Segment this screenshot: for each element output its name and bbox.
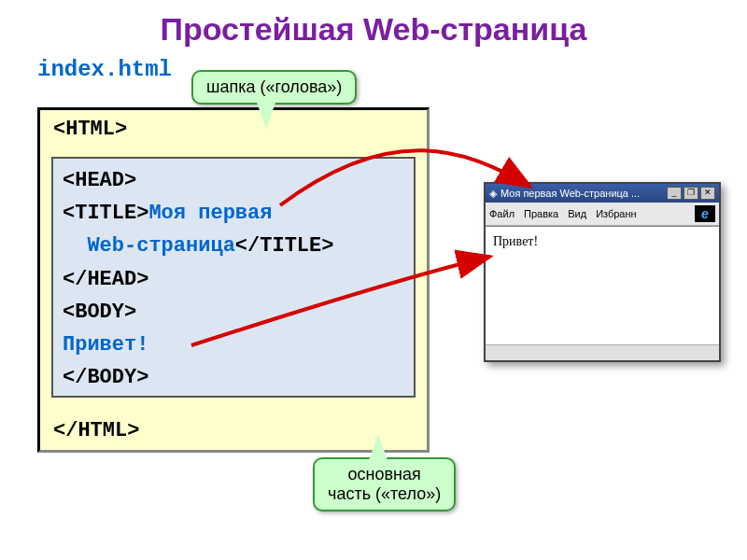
maximize-button[interactable]: ❐ xyxy=(684,187,698,200)
callout-body-tail xyxy=(369,434,388,460)
filename-label: index.html xyxy=(37,57,747,82)
html-close-tag: </HTML> xyxy=(53,419,139,442)
browser-statusbar xyxy=(486,344,719,360)
code-box-inner: <HEAD> <TITLE>Моя первая Web-страница</T… xyxy=(51,157,416,398)
browser-content: Привет! xyxy=(486,226,719,344)
close-button[interactable]: ✕ xyxy=(700,187,715,200)
browser-menubar: Файл Правка Вид Избранн e xyxy=(486,203,719,226)
ie-logo-icon: e xyxy=(695,205,715,222)
title-close: </TITLE> xyxy=(235,234,334,258)
body-close: </BODY> xyxy=(63,366,148,389)
html-open-tag: <HTML> xyxy=(53,118,414,141)
callout-head: шапка («голова») xyxy=(191,70,357,105)
menu-file[interactable]: Файл xyxy=(489,208,514,219)
slide-title: Простейшая Web-страница xyxy=(0,11,747,48)
title-text-2: Web-страница xyxy=(87,234,234,258)
body-text: Привет! xyxy=(63,333,148,357)
callout-body-l2: часть («тело») xyxy=(328,484,441,503)
menu-favorites[interactable]: Избранн xyxy=(596,208,637,219)
title-open: <TITLE> xyxy=(63,202,148,225)
menu-edit[interactable]: Правка xyxy=(524,208,558,219)
minimize-button[interactable]: _ xyxy=(667,187,682,200)
menu-view[interactable]: Вид xyxy=(568,208,586,219)
callout-body: основная часть («тело») xyxy=(313,457,456,511)
callout-body-l1: основная xyxy=(347,465,420,483)
callout-head-tail xyxy=(257,103,275,129)
browser-titlebar: ◈ Моя первая Web-страница ... _ ❐ ✕ xyxy=(486,184,719,203)
browser-title-text: Моя первая Web-страница ... xyxy=(500,188,640,199)
title-text-1: Моя первая xyxy=(148,202,272,225)
ie-page-icon: ◈ xyxy=(489,188,497,200)
body-open: <BODY> xyxy=(63,301,136,324)
head-close: </HEAD> xyxy=(63,268,148,291)
head-open: <HEAD> xyxy=(63,169,136,192)
browser-window: ◈ Моя первая Web-страница ... _ ❐ ✕ Файл… xyxy=(484,182,721,362)
